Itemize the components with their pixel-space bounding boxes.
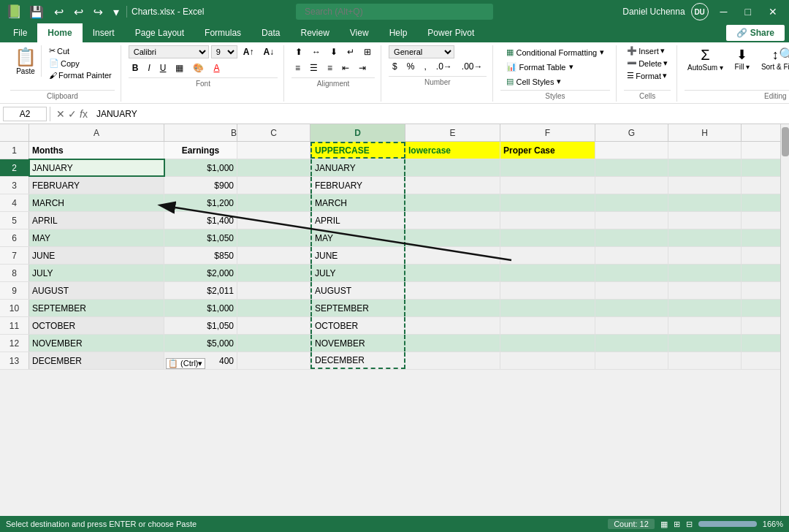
tab-insert[interactable]: Insert <box>83 23 125 42</box>
cell-g9[interactable] <box>595 282 668 299</box>
cell-g12[interactable] <box>595 335 668 352</box>
cell-c3[interactable] <box>237 177 310 194</box>
cell-g8[interactable] <box>595 265 668 281</box>
col-header-f[interactable]: F <box>500 124 595 142</box>
cell-c11[interactable] <box>237 317 310 334</box>
cell-reference-input[interactable] <box>3 107 47 121</box>
font-size-select[interactable]: 9 <box>211 45 237 58</box>
search-area[interactable] <box>296 4 493 20</box>
cell-d9[interactable]: AUGUST <box>310 282 405 299</box>
cell-d5[interactable]: APRIL <box>310 212 405 229</box>
cell-e12[interactable] <box>405 335 500 352</box>
cell-a12[interactable]: NOVEMBER <box>29 335 164 352</box>
cell-f5[interactable] <box>500 212 595 229</box>
delete-cells-button[interactable]: ➖ Delete ▾ <box>624 58 671 69</box>
increase-indent-button[interactable]: ⇥ <box>355 61 370 75</box>
row-num-10[interactable]: 10 <box>0 300 29 316</box>
cell-h1[interactable] <box>668 142 742 159</box>
tab-home[interactable]: Home <box>37 23 82 42</box>
cell-c7[interactable] <box>237 247 310 264</box>
tab-file[interactable]: File <box>3 23 37 42</box>
cell-a6[interactable]: MAY <box>29 229 164 246</box>
col-header-g[interactable]: G <box>595 124 668 142</box>
cell-b12[interactable]: $5,000 <box>164 335 237 352</box>
wrap-text-button[interactable]: ↵ <box>343 45 358 58</box>
cell-g5[interactable] <box>595 212 668 229</box>
cell-d8[interactable]: JULY <box>310 265 405 281</box>
quick-save-icon[interactable]: 💾 <box>26 4 47 20</box>
cell-g3[interactable] <box>595 177 668 194</box>
cell-h7[interactable] <box>668 247 742 264</box>
row-num-6[interactable]: 6 <box>0 229 29 246</box>
cell-c2[interactable] <box>237 159 310 176</box>
cell-e6[interactable] <box>405 229 500 246</box>
cell-a2[interactable]: JANUARY <box>29 159 164 176</box>
row-num-11[interactable]: 11 <box>0 317 29 334</box>
cell-e2[interactable] <box>405 159 500 176</box>
row-num-7[interactable]: 7 <box>0 247 29 264</box>
font-size-increase-button[interactable]: A↑ <box>240 45 258 58</box>
cell-f8[interactable] <box>500 265 595 281</box>
cell-d10[interactable]: SEPTEMBER <box>310 300 405 316</box>
undo2-icon[interactable]: ↩ <box>71 4 86 20</box>
row-num-3[interactable]: 3 <box>0 177 29 194</box>
insert-cells-button[interactable]: ➕ Insert ▾ <box>624 45 671 56</box>
paste-options-icon[interactable]: 📋 (Ctrl)▾ <box>166 358 205 369</box>
cell-h5[interactable] <box>668 212 742 229</box>
comma-button[interactable]: , <box>420 60 430 73</box>
fill-button[interactable]: ⬇ Fill ▾ <box>729 45 755 72</box>
col-header-d[interactable]: D <box>310 124 405 142</box>
cell-a10[interactable]: SEPTEMBER <box>29 300 164 316</box>
cell-e8[interactable] <box>405 265 500 281</box>
cell-a5[interactable]: APRIL <box>29 212 164 229</box>
cell-f10[interactable] <box>500 300 595 316</box>
cell-f7[interactable] <box>500 247 595 264</box>
cell-d12[interactable]: NOVEMBER <box>310 335 405 352</box>
align-bottom-button[interactable]: ⬇ <box>327 45 341 58</box>
cell-b5[interactable]: $1,400 <box>164 212 237 229</box>
cell-b9[interactable]: $2,011 <box>164 282 237 299</box>
redo-icon[interactable]: ↩ <box>91 4 106 20</box>
cell-e10[interactable] <box>405 300 500 316</box>
cell-f9[interactable] <box>500 282 595 299</box>
cell-c12[interactable] <box>237 335 310 352</box>
cell-a1[interactable]: Months <box>29 142 164 159</box>
formula-input[interactable] <box>94 107 786 121</box>
tab-power-pivot[interactable]: Power Pivot <box>417 23 484 42</box>
cell-f3[interactable] <box>500 177 595 194</box>
cell-d13[interactable]: DECEMBER <box>310 352 405 369</box>
cell-c1[interactable] <box>237 142 310 159</box>
cell-g1[interactable] <box>595 142 668 159</box>
cell-h3[interactable] <box>668 177 742 194</box>
cell-styles-button[interactable]: ▤ Cell Styles ▾ <box>500 75 611 88</box>
page-break-icon[interactable]: ⊟ <box>686 520 693 529</box>
col-header-c[interactable]: C <box>237 124 310 142</box>
v-scroll-thumb[interactable] <box>782 127 789 156</box>
row-num-13[interactable]: 13 <box>0 352 29 369</box>
cancel-formula-icon[interactable]: ✕ <box>56 108 65 120</box>
cell-h6[interactable] <box>668 229 742 246</box>
cell-d2[interactable]: JANUARY <box>310 159 405 176</box>
cell-f2[interactable] <box>500 159 595 176</box>
row-num-4[interactable]: 4 <box>0 194 29 211</box>
cell-f13[interactable] <box>500 352 595 369</box>
col-header-b[interactable]: B <box>164 124 237 142</box>
minimize-button[interactable]: ─ <box>714 4 733 19</box>
cell-g6[interactable] <box>595 229 668 246</box>
col-header-h[interactable]: H <box>668 124 742 142</box>
cell-g13[interactable] <box>595 352 668 369</box>
cell-d6[interactable]: MAY <box>310 229 405 246</box>
tab-page-layout[interactable]: Page Layout <box>125 23 194 42</box>
autosum-button[interactable]: Σ AutoSum ▾ <box>685 45 726 73</box>
cell-d4[interactable]: MARCH <box>310 194 405 211</box>
cell-g10[interactable] <box>595 300 668 316</box>
cell-b7[interactable]: $850 <box>164 247 237 264</box>
cell-a9[interactable]: AUGUST <box>29 282 164 299</box>
cell-f11[interactable] <box>500 317 595 334</box>
increase-decimal-button[interactable]: .00→ <box>458 60 487 73</box>
zoom-slider[interactable] <box>698 521 757 527</box>
currency-button[interactable]: $ <box>389 60 401 73</box>
cell-e3[interactable] <box>405 177 500 194</box>
decrease-indent-button[interactable]: ⇤ <box>338 61 353 75</box>
cell-g11[interactable] <box>595 317 668 334</box>
